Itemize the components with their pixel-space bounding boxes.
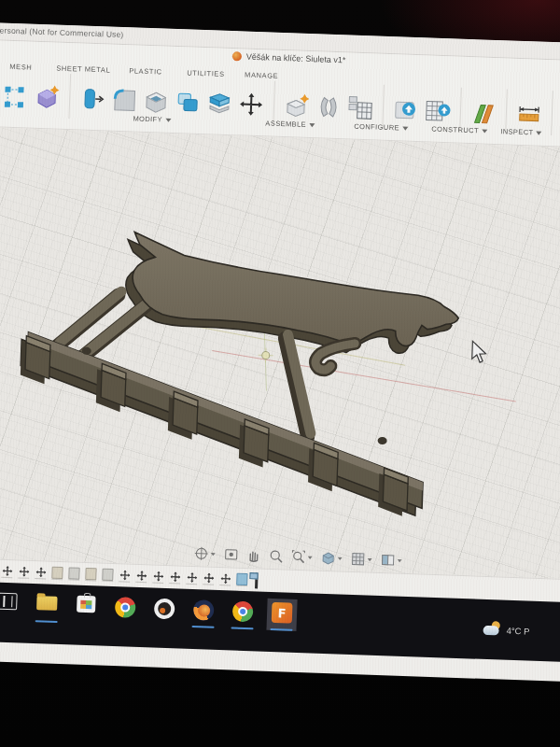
group-inspect[interactable]: INSPECT <box>500 127 542 137</box>
timeline-move-feature[interactable] <box>18 566 29 578</box>
zoom-button[interactable] <box>269 549 284 564</box>
grid-display-button[interactable] <box>351 552 373 567</box>
viewport-canvas[interactable] <box>0 127 560 579</box>
weather-more: P <box>524 626 530 636</box>
fit-button[interactable] <box>291 550 314 565</box>
group-modify[interactable]: MODIFY <box>133 114 171 123</box>
microsoft-store-icon <box>77 596 96 613</box>
document-title: Věšák na klíče: Siuleta v1* <box>246 52 346 65</box>
chevron-down-icon <box>309 123 315 127</box>
key-hanger-model[interactable] <box>0 127 560 579</box>
timeline-move-feature[interactable] <box>186 571 197 584</box>
weather-temp: 4°C <box>506 626 521 637</box>
weather-cloud-icon <box>483 624 501 637</box>
configure-doc-icon[interactable] <box>391 95 420 124</box>
chevron-down-icon <box>338 557 343 559</box>
timeline-move-feature[interactable] <box>135 570 147 582</box>
chrome-button[interactable] <box>110 593 141 626</box>
document-tab[interactable]: Věšák na klíče: Siuleta v1* <box>232 51 346 64</box>
chevron-down-icon <box>398 559 402 562</box>
split-body-icon[interactable] <box>205 89 234 118</box>
task-view-icon <box>0 593 18 611</box>
chevron-down-icon <box>482 129 487 133</box>
new-component-icon[interactable] <box>283 92 312 120</box>
timeline-sketch-feature[interactable] <box>51 567 63 579</box>
chevron-down-icon <box>536 131 541 134</box>
dark-browser-icon <box>154 599 175 620</box>
construct-planes-icon[interactable] <box>469 98 497 127</box>
tab-mesh[interactable]: MESH <box>9 63 32 72</box>
combine-icon[interactable] <box>174 88 203 117</box>
group-construct[interactable]: CONSTRUCT <box>431 125 487 135</box>
monitor-screen: Personal (Not for Commercial Use) Věšák … <box>0 22 560 682</box>
viewports-button[interactable] <box>381 553 403 568</box>
mouse-cursor <box>472 341 486 362</box>
dark-browser-button[interactable] <box>149 594 180 627</box>
timeline-sketch-feature[interactable] <box>102 569 113 581</box>
chrome-2-button[interactable] <box>227 597 258 629</box>
open-app-indicator <box>35 620 58 623</box>
file-explorer-button[interactable] <box>32 590 63 623</box>
chevron-down-icon <box>308 556 313 558</box>
chevron-down-icon <box>211 553 216 556</box>
chrome-icon <box>232 601 254 623</box>
fusion-360-icon: F <box>272 602 293 624</box>
press-pull-icon[interactable] <box>78 84 107 113</box>
bom-table-icon[interactable] <box>346 93 375 122</box>
tab-plastic[interactable]: PLASTIC <box>129 66 162 76</box>
configuration-table-icon[interactable] <box>423 96 452 125</box>
timeline-feature[interactable] <box>236 573 247 585</box>
display-settings-button[interactable] <box>321 551 343 566</box>
firefox-icon <box>193 599 215 621</box>
tab-utilities[interactable]: UTILITIES <box>187 68 225 78</box>
open-app-indicator <box>231 627 253 629</box>
open-app-indicator <box>192 626 215 628</box>
pan-button[interactable] <box>246 548 261 563</box>
move-icon[interactable] <box>237 90 266 119</box>
look-at-button[interactable] <box>224 547 239 562</box>
task-view-button[interactable] <box>0 589 23 622</box>
shell-icon[interactable] <box>142 87 171 116</box>
timeline-sketch-feature[interactable] <box>85 568 96 580</box>
fusion-personal-logo-icon <box>232 51 242 61</box>
timeline-move-feature[interactable] <box>152 571 163 583</box>
timeline-move-feature[interactable] <box>219 572 231 585</box>
hanger-rail-top-face <box>23 332 427 491</box>
joint-icon[interactable] <box>315 92 343 121</box>
origin-point-marker <box>258 347 273 363</box>
fillet-icon[interactable] <box>110 86 139 115</box>
tab-manage[interactable]: MANAGE <box>245 71 278 80</box>
timeline-move-feature[interactable] <box>169 571 180 584</box>
tab-sheet-metal[interactable]: SHEET METAL <box>56 64 110 75</box>
timeline-move-feature[interactable] <box>203 572 214 585</box>
screw-hole <box>377 437 386 444</box>
license-banner: Personal (Not for Commercial Use) <box>0 25 124 39</box>
chrome-icon <box>115 597 136 618</box>
firefox-button[interactable] <box>189 596 219 628</box>
mesh-cube-icon[interactable] <box>33 83 62 112</box>
open-app-indicator <box>270 628 292 631</box>
chevron-down-icon <box>402 126 408 130</box>
weather-widget[interactable]: 4°C P <box>483 624 529 638</box>
mesh-section-icon[interactable] <box>1 82 30 111</box>
chevron-down-icon <box>165 118 171 121</box>
orbit-button[interactable] <box>194 546 217 561</box>
timeline-sketch-feature[interactable] <box>68 568 79 580</box>
chevron-down-icon <box>368 557 372 560</box>
file-explorer-icon <box>36 596 58 611</box>
group-configure[interactable]: CONFIGURE <box>354 122 408 133</box>
timeline-playhead[interactable] <box>255 572 259 588</box>
fusion-360-button[interactable]: F <box>266 599 297 631</box>
group-assemble[interactable]: ASSEMBLE <box>265 119 315 129</box>
microsoft-store-button[interactable] <box>71 591 102 624</box>
timeline-move-feature[interactable] <box>119 570 130 582</box>
timeline-move-feature[interactable] <box>1 565 12 577</box>
measure-icon[interactable] <box>514 100 543 129</box>
photo-background: Personal (Not for Commercial Use) Věšák … <box>0 0 560 747</box>
timeline-move-feature[interactable] <box>35 567 46 579</box>
